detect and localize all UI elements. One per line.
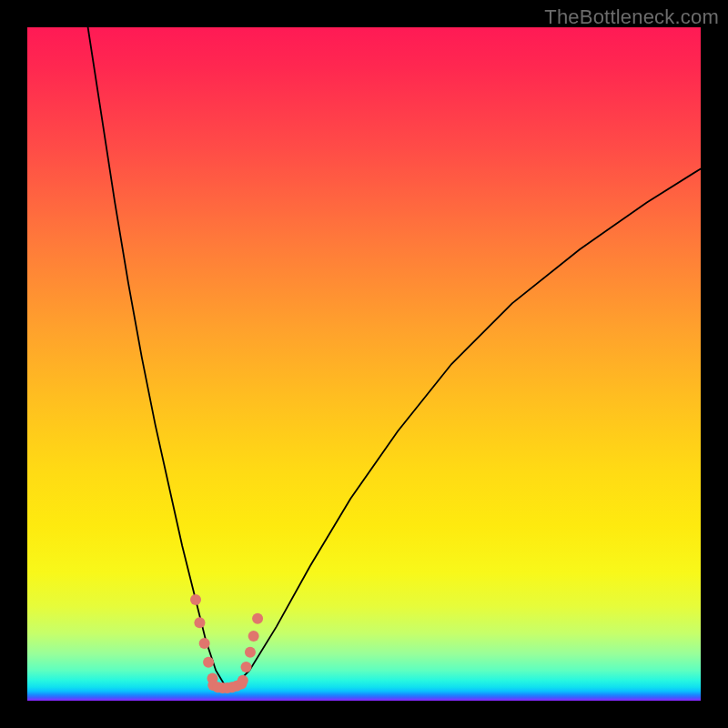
- curve-layer: [27, 27, 701, 701]
- plot-area: [27, 27, 701, 701]
- chart-frame: TheBottleneck.com: [0, 0, 728, 728]
- watermark-label: TheBottleneck.com: [544, 5, 719, 29]
- highlight-marker-group: [196, 600, 258, 688]
- bottleneck-curve-path: [88, 27, 701, 687]
- bottleneck-curve: [88, 27, 701, 687]
